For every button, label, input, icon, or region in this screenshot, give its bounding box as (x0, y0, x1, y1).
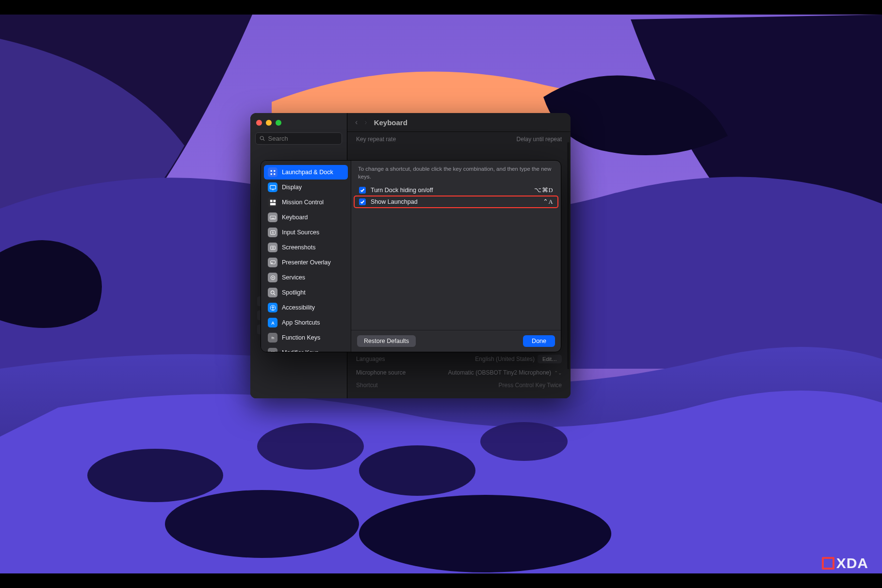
category-label: Screenshots (282, 244, 315, 251)
shortcuts-category-display[interactable]: Display (264, 180, 348, 195)
shortcuts-category-modifier[interactable]: ⌘Modifier Keys (264, 345, 348, 352)
svg-point-4 (480, 422, 568, 461)
shortcuts-category-sidebar: Launchpad & DockDisplayMission ControlKe… (261, 161, 351, 352)
keyboard-icon (268, 212, 278, 222)
svg-text:⌘: ⌘ (271, 350, 275, 352)
svg-rect-17 (271, 218, 275, 218)
category-label: Mission Control (282, 199, 324, 206)
shortcuts-category-keyboard[interactable]: Keyboard (264, 210, 348, 225)
svg-line-27 (274, 294, 275, 295)
xda-watermark: XDA (822, 556, 868, 571)
close-button[interactable] (256, 120, 262, 126)
shortcut-row[interactable]: Turn Dock hiding on/off⌥⌘D (354, 184, 558, 196)
search-icon (260, 135, 265, 142)
shortcuts-category-spotlight[interactable]: Spotlight (264, 285, 348, 300)
category-label: Modifier Keys (282, 349, 319, 352)
category-label: Spotlight (282, 289, 306, 296)
svg-rect-10 (274, 173, 275, 175)
launchpad-icon (268, 167, 278, 177)
shortcuts-category-accessibility[interactable]: Accessibility (264, 300, 348, 315)
apps-icon: A (268, 318, 278, 327)
shortcuts-category-fn[interactable]: fnFunction Keys (264, 330, 348, 345)
svg-point-1 (87, 449, 223, 502)
hint-text: To change a shortcut, double click the k… (351, 161, 561, 184)
svg-point-26 (271, 291, 274, 294)
svg-point-5 (165, 490, 359, 558)
presenter-icon (268, 258, 278, 267)
shortcuts-category-input[interactable]: AInput Sources (264, 225, 348, 240)
svg-rect-14 (273, 199, 276, 202)
minimize-button[interactable] (266, 120, 272, 126)
shortcuts-list: Turn Dock hiding on/off⌥⌘DShow Launchpad… (351, 184, 561, 330)
svg-rect-9 (270, 173, 272, 175)
screenshots-icon (268, 243, 278, 252)
svg-rect-15 (270, 203, 275, 205)
restore-defaults-button[interactable]: Restore Defaults (357, 335, 416, 347)
svg-text:A: A (272, 230, 274, 234)
category-label: Services (282, 274, 305, 281)
keyboard-shortcuts-sheet: Launchpad & DockDisplayMission ControlKe… (261, 160, 561, 352)
input-icon: A (268, 228, 278, 237)
category-label: Accessibility (282, 304, 315, 311)
checkbox[interactable] (359, 187, 366, 194)
shortcuts-category-services[interactable]: Services (264, 270, 348, 285)
accessibility-icon (268, 303, 278, 312)
display-icon (268, 182, 278, 192)
shortcut-row[interactable]: Show Launchpad⌃A (354, 196, 558, 208)
category-label: Presenter Overlay (282, 259, 331, 266)
svg-text:A: A (271, 320, 275, 325)
category-label: Input Sources (282, 229, 319, 236)
services-icon (268, 273, 278, 282)
shortcuts-category-screenshots[interactable]: Screenshots (264, 240, 348, 255)
shortcuts-category-apps[interactable]: AApp Shortcuts (264, 315, 348, 330)
shortcuts-category-launchpad[interactable]: Launchpad & Dock (264, 165, 348, 180)
xda-logo-icon (822, 557, 834, 570)
svg-point-3 (359, 445, 475, 496)
svg-rect-8 (274, 170, 275, 171)
shortcuts-category-mission[interactable]: Mission Control (264, 195, 348, 210)
shortcuts-category-presenter[interactable]: Presenter Overlay (264, 255, 348, 270)
svg-rect-20 (270, 246, 275, 249)
svg-rect-16 (270, 216, 275, 219)
category-label: Launchpad & Dock (282, 169, 333, 176)
shortcut-label: Turn Dock hiding on/off (371, 187, 529, 194)
category-label: App Shortcuts (282, 319, 320, 326)
svg-rect-12 (272, 189, 273, 190)
xda-logo-text: XDA (836, 556, 868, 571)
svg-rect-7 (270, 170, 272, 171)
spotlight-icon (268, 288, 278, 297)
checkbox[interactable] (359, 198, 366, 205)
done-button[interactable]: Done (523, 335, 555, 347)
svg-point-23 (271, 262, 273, 264)
category-label: Display (282, 184, 302, 191)
sheet-footer: Restore Defaults Done (351, 330, 561, 352)
svg-point-21 (272, 247, 274, 249)
window-controls (250, 117, 347, 131)
category-label: Function Keys (282, 334, 320, 341)
svg-rect-11 (270, 185, 275, 189)
svg-point-6 (359, 495, 611, 572)
svg-rect-22 (270, 261, 275, 264)
mission-icon (268, 197, 278, 207)
svg-point-29 (272, 306, 273, 307)
svg-point-25 (272, 277, 274, 278)
shortcuts-content: To change a shortcut, double click the k… (351, 161, 561, 352)
shortcut-keys[interactable]: ⌥⌘D (534, 186, 553, 194)
letterbox (0, 0, 882, 15)
svg-point-2 (257, 423, 364, 470)
shortcut-keys[interactable]: ⌃A (543, 198, 553, 206)
modifier-icon: ⌘ (268, 348, 278, 352)
letterbox (0, 573, 882, 588)
search-field[interactable] (255, 132, 342, 145)
zoom-button[interactable] (276, 120, 281, 126)
search-input[interactable] (268, 135, 338, 142)
svg-text:fn: fn (271, 336, 274, 340)
category-label: Keyboard (282, 214, 308, 221)
svg-rect-13 (270, 199, 272, 202)
shortcut-label: Show Launchpad (371, 198, 538, 205)
fn-icon: fn (268, 333, 278, 343)
